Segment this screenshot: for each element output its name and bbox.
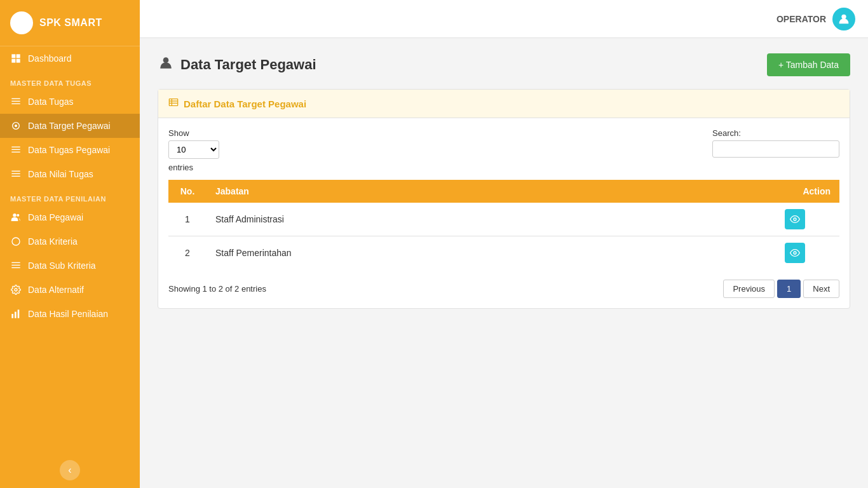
collapse-circle-btn[interactable]: ‹: [60, 460, 80, 480]
showing-text: Showing 1 to 2 of 2 entries: [168, 284, 266, 294]
entries-text: entries: [168, 163, 219, 172]
row-action: [776, 236, 839, 270]
show-entries: Show 10 25 50 100 entries: [168, 128, 219, 172]
dashboard-icon: [10, 53, 22, 64]
data-table: No. Jabatan Action 1 Staff Administrasi: [168, 180, 839, 269]
add-data-button[interactable]: + Tambah Data: [767, 53, 850, 76]
topbar: OPERATOR: [140, 0, 868, 38]
gear-icon: [10, 284, 22, 295]
svg-rect-13: [11, 171, 20, 172]
sidebar-item-data-tugas[interactable]: Data Tugas: [0, 90, 140, 114]
row-no: 1: [168, 203, 207, 236]
sidebar-item-dashboard[interactable]: Dashboard: [0, 46, 140, 71]
circle-icon-1: [10, 120, 22, 132]
show-select[interactable]: 10 25 50 100: [168, 140, 219, 159]
svg-point-18: [12, 238, 20, 245]
sidebar-section-master-tugas: MASTER DATA TUGAS: [0, 71, 140, 90]
col-jabatan: Jabatan: [207, 180, 776, 203]
content-area: Data Target Pegawai + Tambah Data Daftar…: [140, 38, 868, 324]
view-button[interactable]: [785, 209, 805, 229]
show-label: Show: [168, 128, 219, 138]
user-avatar[interactable]: [832, 8, 855, 30]
collapse-icon: ‹: [68, 464, 71, 476]
svg-point-0: [17, 18, 27, 22]
sidebar-item-data-tugas-pegawai[interactable]: Data Tugas Pegawai: [0, 138, 140, 162]
svg-rect-6: [11, 101, 20, 102]
svg-rect-2: [17, 54, 20, 58]
table-row: 2 Staff Pemerintahan: [168, 236, 839, 270]
svg-point-32: [794, 218, 796, 220]
sidebar-item-data-pegawai[interactable]: Data Pegawai: [0, 205, 140, 229]
svg-rect-21: [11, 268, 20, 268]
search-wrap: Search:: [712, 128, 839, 158]
previous-button[interactable]: Previous: [723, 280, 775, 298]
sidebar-item-data-hasil-penilaian[interactable]: Data Hasil Penilaian: [0, 302, 140, 326]
card-header-title: Daftar Data Target Pegawai: [184, 98, 306, 109]
svg-rect-5: [11, 98, 20, 99]
table-controls: Show 10 25 50 100 entries Search:: [168, 128, 839, 172]
table-footer: Showing 1 to 2 of 2 entries Previous 1 N…: [168, 280, 839, 298]
page-1-button[interactable]: 1: [777, 280, 801, 298]
svg-rect-25: [18, 309, 20, 318]
sidebar-item-data-target-pegawai[interactable]: Data Target Pegawai: [0, 114, 140, 138]
next-button[interactable]: Next: [803, 280, 839, 298]
svg-rect-19: [11, 262, 20, 263]
row-action: [776, 203, 839, 236]
pagination: Previous 1 Next: [723, 280, 839, 298]
sidebar-item-label: Data Pegawai: [28, 212, 83, 222]
table-head: No. Jabatan Action: [168, 180, 839, 203]
page-title-icon: [158, 55, 174, 75]
page-title: Data Target Pegawai: [180, 57, 316, 73]
list-icon-1: [10, 96, 22, 107]
svg-rect-14: [11, 173, 20, 174]
svg-rect-23: [11, 314, 13, 318]
svg-rect-20: [11, 265, 20, 266]
search-input[interactable]: [712, 140, 839, 158]
sidebar-item-data-kriteria[interactable]: Data Kriteria: [0, 229, 140, 254]
svg-rect-15: [11, 176, 20, 177]
page-header: Data Target Pegawai + Tambah Data: [158, 53, 850, 76]
sidebar-item-label: Data Tugas Pegawai: [28, 145, 110, 155]
table-icon: [168, 97, 179, 110]
svg-rect-24: [15, 312, 17, 318]
list-icon-4: [10, 260, 22, 271]
logo-icon: [10, 11, 33, 34]
card-header: Daftar Data Target Pegawai: [158, 90, 850, 118]
view-button[interactable]: [785, 243, 805, 263]
chart-icon: [10, 308, 22, 320]
sidebar-item-label: Dashboard: [28, 53, 72, 64]
sidebar-item-label: Data Tugas: [28, 97, 74, 107]
svg-rect-11: [11, 149, 20, 150]
search-label: Search:: [712, 128, 839, 138]
svg-point-27: [163, 57, 169, 63]
card-body: Show 10 25 50 100 entries Search:: [158, 118, 850, 308]
users-icon: [10, 212, 22, 223]
list-icon-2: [10, 144, 22, 156]
operator-label: OPERATOR: [776, 14, 826, 24]
row-jabatan: Staff Pemerintahan: [207, 236, 776, 270]
sidebar-item-data-sub-kriteria[interactable]: Data Sub Kriteria: [0, 254, 140, 278]
table-header-row: No. Jabatan Action: [168, 180, 839, 203]
sidebar-item-label: Data Nilai Tugas: [28, 169, 93, 179]
sidebar-item-label: Data Alternatif: [28, 285, 84, 295]
table-row: 1 Staff Administrasi: [168, 203, 839, 236]
svg-rect-12: [11, 152, 20, 152]
row-no: 2: [168, 236, 207, 270]
data-card: Daftar Data Target Pegawai Show 10 25 50…: [158, 89, 850, 309]
col-action: Action: [776, 180, 839, 203]
sidebar-collapse[interactable]: ‹: [0, 452, 140, 488]
svg-point-17: [17, 214, 19, 217]
svg-point-9: [15, 125, 17, 127]
svg-rect-28: [169, 99, 177, 106]
svg-point-16: [13, 214, 16, 217]
sidebar-item-label: Data Sub Kriteria: [28, 261, 96, 271]
sidebar-item-data-nilai-tugas[interactable]: Data Nilai Tugas: [0, 162, 140, 186]
sidebar-item-label: Data Kriteria: [28, 236, 78, 247]
svg-point-22: [15, 288, 17, 291]
sidebar-item-label: Data Hasil Penilaian: [28, 309, 108, 319]
svg-point-26: [841, 14, 846, 18]
row-jabatan: Staff Administrasi: [207, 203, 776, 236]
svg-point-33: [794, 252, 796, 254]
svg-rect-4: [17, 59, 20, 63]
sidebar-item-data-alternatif[interactable]: Data Alternatif: [0, 278, 140, 302]
